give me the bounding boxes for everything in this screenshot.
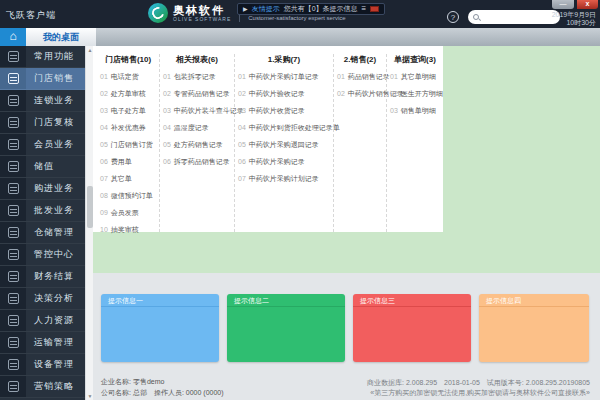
sidebar-item-marketing[interactable]: 营销策略 [0,376,85,398]
menu-link[interactable]: 03中药饮片装斗查斗记录 [163,107,231,115]
sidebar-item-decision-analysis[interactable]: 决策分析 [0,288,85,310]
sidebar-item-store-review[interactable]: 门店复核 [0,112,85,134]
member-business-icon [8,139,19,150]
warehouse-icon [8,227,19,238]
sidebar-item-wholesale[interactable]: 批发业务 [0,200,85,222]
notice-text: 您共有【0】条提示信息 [284,4,358,14]
info-card-4[interactable]: 提示信息四 [479,294,589,362]
menu-link[interactable]: 02中药饮片验收记录 [238,90,330,98]
flag-icon[interactable] [370,6,379,12]
sidebar-scrollbar[interactable]: ▲ ▼ [85,46,93,400]
column-title: 相关报表(6) [163,54,231,65]
search-input[interactable] [483,14,553,21]
menu-link[interactable]: 03销售单明细 [390,107,440,115]
decision-analysis-icon [8,293,19,304]
menu-link[interactable]: 04温湿度记录 [163,124,231,132]
column-reports: 相关报表(6) 01包装拆零记录 02专管药品销售记录 03中药饮片装斗查斗记录… [159,54,234,232]
menu-link[interactable]: 02中药饮片销售记录 [337,90,383,98]
sidebar-item-stored-value[interactable]: 储值 [0,156,85,178]
column-title: 门店销售(10) [100,54,156,65]
brand-logo-icon [148,3,168,23]
sidebar-item-chain-business[interactable]: 连锁业务 [0,90,85,112]
app-title: 飞跃客户端 [6,9,56,22]
sidebar-item-purchasing[interactable]: 购进业务 [0,178,85,200]
menu-link[interactable]: 03电子处方单 [100,107,156,115]
list-icon[interactable]: ≡ [362,5,367,13]
menu-link[interactable]: 01其它单明细 [390,73,440,81]
menu-link[interactable]: 07其它单 [100,175,156,183]
column-title: 1.采购(7) [238,54,330,65]
menu-link[interactable]: 05门店销售订货 [100,141,156,149]
marketing-icon [8,381,19,392]
info-card-title: 提示信息四 [479,294,589,307]
hr-icon [8,315,19,326]
brand-subtitle: OLIVE SOFTWARE [173,16,231,22]
status-version-info: 商业数据库: 2.008.295 2018-01-05 试用版本号: 2.008… [367,378,590,398]
help-button[interactable]: ? [447,11,459,23]
menu-link[interactable]: 04中药饮片到货拒收处理记录单 [238,124,330,132]
home-button[interactable]: ⌂ [0,28,26,46]
menu-link[interactable]: 06中药饮片采购记录 [238,158,330,166]
transport-icon [8,337,19,348]
equipment-icon [8,359,19,370]
database-version: 商业数据库: 2.008.295 2018-01-05 试用版本号: 2.008… [367,378,590,388]
info-card-3[interactable]: 提示信息三 [353,294,471,362]
menu-link[interactable]: 01电话定货 [100,73,156,81]
menu-link[interactable]: 02医生开方明细 [390,90,440,98]
purchasing-icon [8,183,19,194]
control-center-icon [8,249,19,260]
info-card-title: 提示信息二 [227,294,345,307]
menu-link[interactable]: 01中药饮片采购订单记录 [238,73,330,81]
sidebar-menu: 常用功能 门店销售 连锁业务 门店复核 会员业务 储值 购进业务 批发业务 仓储… [0,46,85,400]
store-review-icon [8,117,19,128]
menu-link[interactable]: 10抽奖审核 [100,226,156,234]
column-sales: 2.销售(2) 01药品销售记录 02中药饮片销售记录 [333,54,386,232]
chain-business-icon [8,95,19,106]
info-card-1[interactable]: 提示信息一 [101,294,219,362]
title-bar: 飞跃客户端 奥林软件 OLIVE SOFTWARE 让客户满意的专家型服务 Cu… [0,0,600,28]
notice-label: 友情提示 [252,4,280,14]
tab-my-desktop[interactable]: 我的桌面 [26,28,96,46]
company-operator: 公司名称: 总部 操作人员: 0000 (0000) [101,387,224,398]
sidebar-item-control-center[interactable]: 管控中心 [0,244,85,266]
common-functions-icon [8,51,19,62]
sidebar-item-transport[interactable]: 运输管理 [0,332,85,354]
menu-link[interactable]: 03中药饮片收货记录 [238,107,330,115]
sidebar-item-common-functions[interactable]: 常用功能 [0,46,85,68]
time-text: 10时30分 [552,19,596,27]
menu-link[interactable]: 06费用单 [100,158,156,166]
sidebar-item-warehouse[interactable]: 仓储管理 [0,222,85,244]
notice-ticker[interactable]: ▶ 友情提示 您共有【0】条提示信息 ≡ [237,3,385,15]
menu-link[interactable]: 01包装拆零记录 [163,73,231,81]
datetime-display: 2019年9月9日 10时30分 [552,11,596,27]
menu-link[interactable]: 02处方单审核 [100,90,156,98]
stored-value-icon [8,161,19,172]
license-notice: «第三方购买的加密锁无法使用,购买加密锁请与奥林软件公司直接联系» [367,388,590,398]
menu-link[interactable]: 06拆零药品销售记录 [163,158,231,166]
info-card-2[interactable]: 提示信息二 [227,294,345,362]
sidebar-item-store-sales[interactable]: 门店销售 [0,68,85,90]
sidebar-item-hr[interactable]: 人力资源 [0,310,85,332]
close-button[interactable]: x [577,0,598,9]
menu-link[interactable]: 01药品销售记录 [337,73,383,81]
menu-link[interactable]: 09会员发票 [100,209,156,217]
column-doc-query: 单据查询(3) 01其它单明细 02医生开方明细 03销售单明细 [386,54,443,232]
store-sales-icon [8,73,19,84]
menu-link[interactable]: 05处方药销售记录 [163,141,231,149]
enterprise-name: 企业名称: 零售demo [101,376,224,387]
menu-link[interactable]: 04补发优惠券 [100,124,156,132]
column-store-sales: 门店销售(10) 01电话定货 02处方单审核 03电子处方单 04补发优惠券 … [97,54,159,232]
menu-link[interactable]: 02专管药品销售记录 [163,90,231,98]
sidebar-item-finance[interactable]: 财务结算 [0,266,85,288]
menu-link[interactable]: 07中药饮片采购计划记录 [238,175,330,183]
menu-link[interactable]: 05中药饮片采购退回记录 [238,141,330,149]
search-box[interactable] [468,10,560,24]
finance-icon [8,271,19,282]
wholesale-icon [8,205,19,216]
sidebar-item-equipment[interactable]: 设备管理 [0,354,85,376]
menu-link[interactable]: 08微信预约订单 [100,192,156,200]
sidebar-item-member-business[interactable]: 会员业务 [0,134,85,156]
minimize-button[interactable]: — [552,0,574,9]
date-text: 2019年9月9日 [552,11,596,19]
tab-bar: ⌂ 我的桌面 [0,28,600,46]
